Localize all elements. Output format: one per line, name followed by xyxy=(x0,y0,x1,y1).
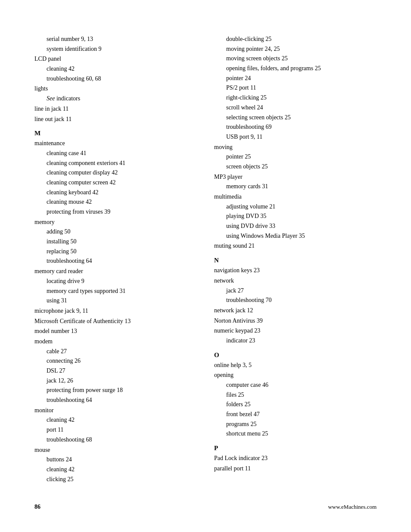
entry-text: Pad Lock indicator 23 xyxy=(214,455,268,461)
entry-text: playing DVD 35 xyxy=(226,213,266,219)
entry-text: memory card types supported 31 xyxy=(47,288,126,294)
list-item: troubleshooting 68 xyxy=(34,435,197,445)
list-item: parallel port 11 xyxy=(214,464,377,473)
entry-text: replacing 50 xyxy=(47,248,77,255)
list-item: online help 3, 5 xyxy=(214,361,377,370)
list-item: using DVD drive 33 xyxy=(214,221,377,231)
list-item: cleaning 42 xyxy=(34,415,197,425)
entry-text: MP3 player xyxy=(214,174,243,180)
list-item: indicator 23 xyxy=(214,336,377,345)
list-item: model number 13 xyxy=(34,327,197,336)
list-item: connecting 26 xyxy=(34,356,197,366)
entry-text: right-clicking 25 xyxy=(226,94,267,101)
entry-text: adjusting volume 21 xyxy=(226,203,275,210)
entry-text: computer case 46 xyxy=(226,382,268,388)
entry-text: moving pointer 24, 25 xyxy=(226,46,280,52)
entry-text: troubleshooting 64 xyxy=(47,258,92,264)
entry-text: network xyxy=(214,277,234,284)
list-item: adjusting volume 21 xyxy=(214,202,377,212)
list-item: See indicators xyxy=(34,94,197,103)
page: serial number 9, 13 system identificatio… xyxy=(0,0,411,532)
entry-text: cleaning computer display 42 xyxy=(47,169,118,176)
page-footer: 86 www.eMachines.com xyxy=(34,504,377,510)
entry-text: connecting 26 xyxy=(47,358,81,364)
entry-text: cleaning 42 xyxy=(47,466,75,473)
entry-text: maintenance xyxy=(34,140,65,146)
entry-text: pointer 24 xyxy=(226,75,251,81)
list-item: programs 25 xyxy=(214,420,377,429)
entry-text: multimedia xyxy=(214,193,242,200)
list-item: Pad Lock indicator 23 xyxy=(214,454,377,463)
entry-text: cleaning mouse 42 xyxy=(47,199,92,205)
entry-text: serial number 9, 13 xyxy=(47,36,93,42)
entry-text: LCD panel xyxy=(34,56,61,62)
list-item: protecting from viruses 39 xyxy=(34,207,197,217)
entry-text: Microsoft Certificate of Authenticity 13 xyxy=(34,318,131,324)
entry-text: using Windows Media Player 35 xyxy=(226,233,305,239)
entry-text: line out jack 11 xyxy=(34,116,72,122)
list-item: front bezel 47 xyxy=(214,410,377,419)
entry-text: moving screen objects 25 xyxy=(226,55,288,62)
list-item: modem xyxy=(34,337,197,346)
list-item: monitor xyxy=(34,406,197,415)
list-item: using Windows Media Player 35 xyxy=(214,231,377,241)
list-item: installing 50 xyxy=(34,237,197,246)
entry-text: Norton Antivirus 39 xyxy=(214,317,263,324)
entry-text: troubleshooting 69 xyxy=(226,124,271,130)
entry-text: buttons 24 xyxy=(47,456,72,463)
entry-text: cleaning case 41 xyxy=(47,150,87,156)
entry-text: model number 13 xyxy=(34,328,77,334)
entry-text: lights xyxy=(34,85,48,92)
entry-text: cleaning 42 xyxy=(47,65,75,72)
entry-text: USB port 9, 11 xyxy=(226,134,262,140)
list-item: port 11 xyxy=(34,425,197,435)
entry-text: numeric keypad 23 xyxy=(214,327,260,334)
section-n: N navigation keys 23 network jack 27 tro… xyxy=(214,257,377,345)
entry-text: protecting from power surge 18 xyxy=(47,387,123,393)
entry-text: opening files, folders, and programs 25 xyxy=(226,65,321,72)
list-item: cleaning case 41 xyxy=(34,149,197,158)
footer-url: www.eMachines.com xyxy=(328,504,377,510)
entry-text: cable 27 xyxy=(47,348,67,355)
list-item: moving xyxy=(214,143,377,152)
list-item: microphone jack 9, 11 xyxy=(34,306,197,316)
list-item: network xyxy=(214,276,377,286)
entry-text: clicking 25 xyxy=(47,476,74,482)
entry-text: cleaning component exteriors 41 xyxy=(47,160,125,166)
list-item: network jack 12 xyxy=(214,306,377,315)
list-item: opening xyxy=(214,370,377,380)
list-item: moving pointer 24, 25 xyxy=(214,44,377,54)
list-item: LCD panel xyxy=(34,54,197,64)
entry-text: modem xyxy=(34,338,53,345)
list-item: mouse xyxy=(34,445,197,455)
entry-text: muting sound 21 xyxy=(214,243,255,249)
entry-text: port 11 xyxy=(47,426,64,433)
entry-text: memory cards 31 xyxy=(226,183,268,190)
list-item: right-clicking 25 xyxy=(214,93,377,103)
entry-text: scroll wheel 24 xyxy=(226,104,263,111)
list-item: navigation keys 23 xyxy=(214,266,377,275)
list-item: DSL 27 xyxy=(34,366,197,376)
entry-text: online help 3, 5 xyxy=(214,362,252,368)
section-p: P Pad Lock indicator 23 parallel port 11 xyxy=(214,445,377,473)
entry-text: files 25 xyxy=(226,392,244,398)
section-letter-m: M xyxy=(34,130,197,137)
list-item: cleaning computer display 42 xyxy=(34,168,197,177)
list-item: troubleshooting 70 xyxy=(214,296,377,305)
list-item: multimedia xyxy=(214,192,377,202)
list-item: files 25 xyxy=(214,390,377,400)
list-item: memory xyxy=(34,218,197,227)
page-number: 86 xyxy=(34,504,40,510)
list-item: memory card types supported 31 xyxy=(34,286,197,296)
entry-text: indicators xyxy=(56,95,80,102)
list-item: PS/2 port 11 xyxy=(214,83,377,93)
list-item: lights xyxy=(34,84,197,93)
section-m: M maintenance cleaning case 41 cleaning … xyxy=(34,130,197,484)
section-letter-n: N xyxy=(214,257,377,264)
entry-text: screen objects 25 xyxy=(226,163,268,170)
list-item: clicking 25 xyxy=(34,475,197,484)
entry-text: DSL 27 xyxy=(47,367,65,374)
entry-text: memory card reader xyxy=(34,268,83,274)
list-item: cleaning 42 xyxy=(34,465,197,474)
entry-text: using 31 xyxy=(47,297,67,304)
